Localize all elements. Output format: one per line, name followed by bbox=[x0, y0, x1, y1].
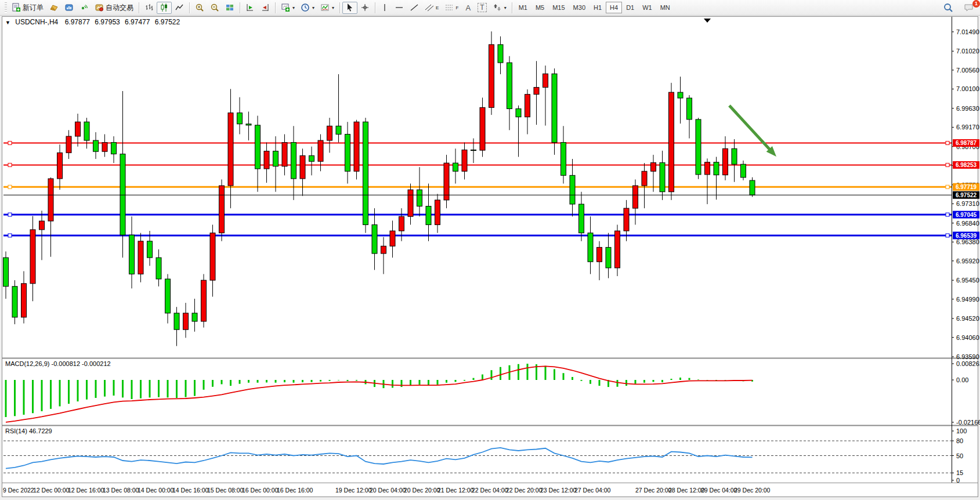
candlestick-button[interactable] bbox=[157, 2, 172, 14]
periods-button[interactable]: ▾ bbox=[298, 2, 317, 14]
candle-body[interactable] bbox=[750, 180, 755, 195]
search-button[interactable] bbox=[940, 2, 956, 14]
candle-body[interactable] bbox=[714, 162, 719, 175]
arrows-tool-button[interactable]: ▾ bbox=[490, 2, 509, 14]
line-anchor-marker[interactable] bbox=[946, 142, 949, 145]
candle-body[interactable] bbox=[219, 186, 225, 233]
tf-m30[interactable]: M30 bbox=[569, 2, 590, 13]
tf-h1[interactable]: H1 bbox=[590, 2, 606, 13]
candle-body[interactable] bbox=[552, 74, 557, 142]
candle-body[interactable] bbox=[417, 190, 422, 206]
candle-body[interactable] bbox=[705, 162, 710, 175]
toolbar-grip[interactable] bbox=[5, 2, 7, 13]
candle-body[interactable] bbox=[624, 208, 629, 231]
line-anchor-marker[interactable] bbox=[8, 213, 12, 216]
candle-body[interactable] bbox=[525, 95, 530, 117]
candle-body[interactable] bbox=[498, 45, 503, 63]
candle-body[interactable] bbox=[183, 313, 189, 329]
candle-body[interactable] bbox=[201, 280, 207, 321]
candle-body[interactable] bbox=[345, 134, 350, 171]
text-label-tool-button[interactable]: T bbox=[475, 2, 489, 14]
candle-body[interactable] bbox=[12, 287, 17, 317]
candle-body[interactable] bbox=[246, 124, 251, 125]
candle-body[interactable] bbox=[210, 233, 215, 281]
candle-body[interactable] bbox=[93, 140, 99, 151]
candle-body[interactable] bbox=[327, 126, 332, 140]
candle-body[interactable] bbox=[264, 151, 269, 168]
candle-body[interactable] bbox=[426, 206, 431, 225]
candle-body[interactable] bbox=[147, 241, 153, 258]
candle-body[interactable] bbox=[660, 162, 665, 191]
candle-body[interactable] bbox=[354, 122, 359, 171]
channel-tool-button[interactable]: E bbox=[422, 2, 442, 14]
candle-body[interactable] bbox=[732, 148, 737, 164]
autoscroll-button[interactable] bbox=[243, 2, 258, 14]
candle-body[interactable] bbox=[471, 150, 476, 150]
candle-body[interactable] bbox=[237, 113, 243, 124]
candle-body[interactable] bbox=[570, 175, 575, 204]
vertical-line-tool-button[interactable] bbox=[378, 2, 392, 14]
candle-body[interactable] bbox=[687, 98, 692, 119]
candle-body[interactable] bbox=[561, 143, 566, 176]
candle-body[interactable] bbox=[741, 164, 746, 177]
charts-window-button[interactable] bbox=[62, 2, 77, 14]
chart-collapse-icon[interactable]: ▼ bbox=[5, 20, 10, 26]
line-anchor-marker[interactable] bbox=[8, 185, 12, 189]
candle-body[interactable] bbox=[84, 122, 89, 140]
line-chart-button[interactable] bbox=[172, 2, 187, 14]
new-order-button[interactable]: 新订单 bbox=[9, 2, 46, 14]
tf-m5[interactable]: M5 bbox=[531, 2, 548, 13]
cursor-button[interactable] bbox=[342, 2, 357, 14]
candle-body[interactable] bbox=[597, 247, 602, 262]
candle-body[interactable] bbox=[642, 171, 647, 186]
profile-button[interactable] bbox=[46, 2, 62, 14]
line-anchor-marker[interactable] bbox=[946, 163, 949, 166]
candle-body[interactable] bbox=[507, 63, 512, 108]
bar-chart-button[interactable] bbox=[142, 2, 157, 14]
candle-body[interactable] bbox=[588, 233, 593, 262]
tile-windows-button[interactable] bbox=[222, 2, 237, 14]
candle-body[interactable] bbox=[3, 258, 9, 287]
candle-body[interactable] bbox=[291, 143, 296, 179]
zoom-out-button[interactable] bbox=[207, 2, 222, 14]
candle-body[interactable] bbox=[444, 163, 449, 200]
candle-body[interactable] bbox=[399, 216, 404, 231]
candle-body[interactable] bbox=[48, 179, 53, 221]
candle-body[interactable] bbox=[57, 153, 63, 179]
candle-body[interactable] bbox=[516, 108, 521, 117]
horizontal-line-tool-button[interactable] bbox=[392, 2, 407, 14]
candle-body[interactable] bbox=[390, 231, 395, 246]
candle-body[interactable] bbox=[165, 279, 171, 313]
tf-mn[interactable]: MN bbox=[656, 2, 674, 13]
candle-body[interactable] bbox=[723, 148, 728, 175]
candle-body[interactable] bbox=[534, 88, 539, 95]
candle-body[interactable] bbox=[255, 125, 261, 169]
candle-body[interactable] bbox=[174, 313, 179, 329]
line-anchor-marker[interactable] bbox=[946, 213, 949, 216]
candle-body[interactable] bbox=[129, 235, 135, 274]
candle-body[interactable] bbox=[678, 92, 683, 98]
candle-body[interactable] bbox=[21, 284, 27, 317]
autotrading-button[interactable]: 自动交易 bbox=[92, 2, 136, 14]
candle-body[interactable] bbox=[282, 143, 287, 166]
text-tool-button[interactable]: A bbox=[461, 2, 475, 14]
line-anchor-marker[interactable] bbox=[8, 163, 12, 166]
candle-body[interactable] bbox=[435, 200, 440, 225]
tf-w1[interactable]: W1 bbox=[638, 2, 656, 13]
trendline-tool-button[interactable] bbox=[407, 2, 422, 14]
candle-body[interactable] bbox=[372, 224, 377, 253]
candle-body[interactable] bbox=[138, 241, 143, 274]
candle-body[interactable] bbox=[228, 113, 233, 186]
indicators-button[interactable]: ▾ bbox=[317, 2, 337, 14]
fibonacci-tool-button[interactable]: F bbox=[442, 2, 461, 14]
chart-canvas[interactable]: 7.014907.010207.005607.001006.996306.991… bbox=[0, 0, 980, 500]
line-anchor-marker[interactable] bbox=[946, 234, 949, 237]
candle-body[interactable] bbox=[75, 122, 81, 136]
candle-body[interactable] bbox=[102, 143, 107, 152]
candle-body[interactable] bbox=[39, 221, 45, 230]
candle-body[interactable] bbox=[318, 140, 323, 161]
signals-button[interactable] bbox=[77, 2, 92, 14]
candle-body[interactable] bbox=[633, 186, 638, 208]
tf-m15[interactable]: M15 bbox=[548, 2, 569, 13]
candle-body[interactable] bbox=[615, 231, 620, 268]
